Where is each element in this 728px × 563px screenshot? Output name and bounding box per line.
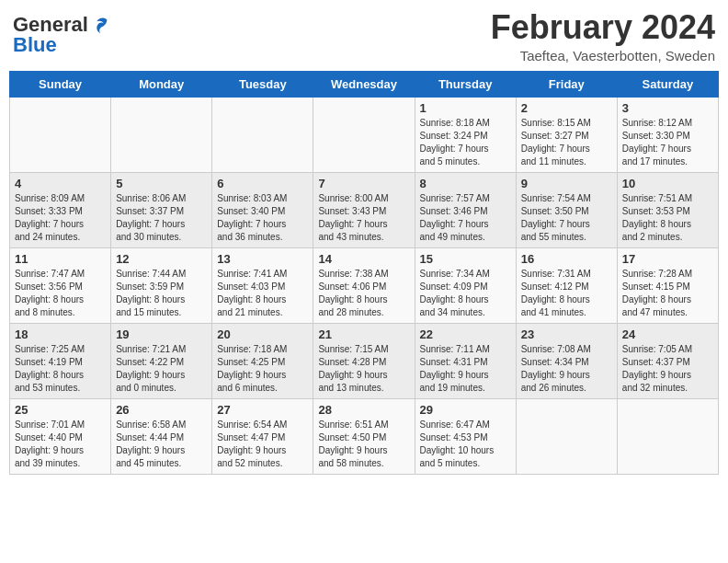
main-title: February 2024 [491, 9, 715, 46]
calendar-cell: 26Sunrise: 6:58 AM Sunset: 4:44 PM Dayli… [111, 398, 212, 474]
calendar-cell: 14Sunrise: 7:38 AM Sunset: 4:06 PM Dayli… [313, 247, 415, 323]
calendar-cell: 3Sunrise: 8:12 AM Sunset: 3:30 PM Daylig… [617, 97, 718, 172]
day-number: 20 [217, 327, 308, 341]
calendar-cell: 29Sunrise: 6:47 AM Sunset: 4:53 PM Dayli… [415, 398, 516, 474]
logo-blue: Blue [13, 33, 57, 56]
day-info: Sunrise: 7:47 AM Sunset: 3:56 PM Dayligh… [15, 268, 106, 319]
calendar-cell: 17Sunrise: 7:28 AM Sunset: 4:15 PM Dayli… [617, 247, 718, 323]
day-info: Sunrise: 7:44 AM Sunset: 3:59 PM Dayligh… [116, 268, 207, 319]
header-area: General Blue February 2024 Taeftea, Vaes… [9, 9, 719, 63]
calendar-cell: 7Sunrise: 8:00 AM Sunset: 3:43 PM Daylig… [313, 172, 415, 247]
day-info: Sunrise: 7:25 AM Sunset: 4:19 PM Dayligh… [15, 343, 106, 395]
day-number: 15 [420, 252, 511, 266]
day-number: 3 [622, 101, 713, 115]
calendar-cell: 22Sunrise: 7:11 AM Sunset: 4:31 PM Dayli… [415, 323, 516, 398]
day-number: 11 [15, 252, 106, 266]
calendar-cell: 15Sunrise: 7:34 AM Sunset: 4:09 PM Dayli… [415, 247, 516, 323]
logo-bird-icon [90, 15, 110, 35]
day-number: 1 [420, 101, 511, 115]
day-number: 6 [217, 177, 308, 190]
calendar-cell: 16Sunrise: 7:31 AM Sunset: 4:12 PM Dayli… [516, 247, 617, 323]
calendar-week-row: 11Sunrise: 7:47 AM Sunset: 3:56 PM Dayli… [10, 247, 719, 323]
day-header-monday: Monday [111, 71, 212, 97]
day-number: 13 [217, 252, 308, 266]
calendar-cell [10, 97, 111, 172]
logo: General Blue [13, 15, 110, 55]
calendar: SundayMondayTuesdayWednesdayThursdayFrid… [9, 71, 719, 475]
day-number: 22 [420, 327, 511, 341]
calendar-cell [617, 398, 718, 474]
calendar-cell: 25Sunrise: 7:01 AM Sunset: 4:40 PM Dayli… [10, 398, 111, 474]
calendar-cell: 23Sunrise: 7:08 AM Sunset: 4:34 PM Dayli… [516, 323, 617, 398]
day-info: Sunrise: 6:51 AM Sunset: 4:50 PM Dayligh… [318, 419, 409, 470]
day-info: Sunrise: 8:18 AM Sunset: 3:24 PM Dayligh… [420, 117, 511, 168]
day-info: Sunrise: 7:21 AM Sunset: 4:22 PM Dayligh… [116, 343, 207, 395]
day-number: 28 [318, 403, 409, 417]
day-number: 17 [622, 252, 713, 266]
day-number: 19 [116, 327, 207, 341]
calendar-cell: 19Sunrise: 7:21 AM Sunset: 4:22 PM Dayli… [111, 323, 212, 398]
calendar-cell: 4Sunrise: 8:09 AM Sunset: 3:33 PM Daylig… [10, 172, 111, 247]
day-info: Sunrise: 7:54 AM Sunset: 3:50 PM Dayligh… [521, 192, 612, 244]
day-info: Sunrise: 8:12 AM Sunset: 3:30 PM Dayligh… [622, 117, 713, 168]
day-info: Sunrise: 7:18 AM Sunset: 4:25 PM Dayligh… [217, 343, 308, 395]
calendar-header-row: SundayMondayTuesdayWednesdayThursdayFrid… [10, 71, 719, 97]
calendar-cell: 8Sunrise: 7:57 AM Sunset: 3:46 PM Daylig… [415, 172, 516, 247]
day-info: Sunrise: 7:57 AM Sunset: 3:46 PM Dayligh… [420, 192, 511, 244]
calendar-week-row: 4Sunrise: 8:09 AM Sunset: 3:33 PM Daylig… [10, 172, 719, 247]
day-number: 18 [15, 327, 106, 341]
calendar-cell: 18Sunrise: 7:25 AM Sunset: 4:19 PM Dayli… [10, 323, 111, 398]
calendar-week-row: 25Sunrise: 7:01 AM Sunset: 4:40 PM Dayli… [10, 398, 719, 474]
calendar-cell: 13Sunrise: 7:41 AM Sunset: 4:03 PM Dayli… [212, 247, 313, 323]
day-number: 21 [318, 327, 409, 341]
calendar-week-row: 18Sunrise: 7:25 AM Sunset: 4:19 PM Dayli… [10, 323, 719, 398]
day-info: Sunrise: 8:03 AM Sunset: 3:40 PM Dayligh… [217, 192, 308, 244]
day-number: 9 [521, 177, 612, 190]
day-info: Sunrise: 7:28 AM Sunset: 4:15 PM Dayligh… [622, 268, 713, 319]
calendar-cell [212, 97, 313, 172]
day-number: 26 [116, 403, 207, 417]
calendar-cell: 6Sunrise: 8:03 AM Sunset: 3:40 PM Daylig… [212, 172, 313, 247]
day-number: 25 [15, 403, 106, 417]
day-info: Sunrise: 8:06 AM Sunset: 3:37 PM Dayligh… [116, 192, 207, 244]
day-info: Sunrise: 8:15 AM Sunset: 3:27 PM Dayligh… [521, 117, 612, 168]
day-number: 27 [217, 403, 308, 417]
day-info: Sunrise: 7:11 AM Sunset: 4:31 PM Dayligh… [420, 343, 511, 395]
calendar-cell: 28Sunrise: 6:51 AM Sunset: 4:50 PM Dayli… [313, 398, 415, 474]
day-header-thursday: Thursday [415, 71, 516, 97]
day-info: Sunrise: 7:51 AM Sunset: 3:53 PM Dayligh… [622, 192, 713, 244]
calendar-cell: 20Sunrise: 7:18 AM Sunset: 4:25 PM Dayli… [212, 323, 313, 398]
calendar-week-row: 1Sunrise: 8:18 AM Sunset: 3:24 PM Daylig… [10, 97, 719, 172]
day-info: Sunrise: 8:00 AM Sunset: 3:43 PM Dayligh… [318, 192, 409, 244]
day-info: Sunrise: 6:58 AM Sunset: 4:44 PM Dayligh… [116, 419, 207, 470]
day-number: 16 [521, 252, 612, 266]
calendar-cell [313, 97, 415, 172]
day-info: Sunrise: 7:41 AM Sunset: 4:03 PM Dayligh… [217, 268, 308, 319]
day-header-sunday: Sunday [10, 71, 111, 97]
calendar-cell: 1Sunrise: 8:18 AM Sunset: 3:24 PM Daylig… [415, 97, 516, 172]
day-header-friday: Friday [516, 71, 617, 97]
day-header-tuesday: Tuesday [212, 71, 313, 97]
calendar-cell: 24Sunrise: 7:05 AM Sunset: 4:37 PM Dayli… [617, 323, 718, 398]
calendar-cell: 11Sunrise: 7:47 AM Sunset: 3:56 PM Dayli… [10, 247, 111, 323]
day-info: Sunrise: 7:05 AM Sunset: 4:37 PM Dayligh… [622, 343, 713, 395]
day-info: Sunrise: 8:09 AM Sunset: 3:33 PM Dayligh… [15, 192, 106, 244]
day-header-saturday: Saturday [617, 71, 718, 97]
day-number: 2 [521, 101, 612, 115]
day-number: 23 [521, 327, 612, 341]
logo-general: General [13, 15, 88, 35]
calendar-cell: 21Sunrise: 7:15 AM Sunset: 4:28 PM Dayli… [313, 323, 415, 398]
calendar-cell [516, 398, 617, 474]
day-number: 7 [318, 177, 409, 190]
day-number: 24 [622, 327, 713, 341]
day-header-wednesday: Wednesday [313, 71, 415, 97]
calendar-cell: 12Sunrise: 7:44 AM Sunset: 3:59 PM Dayli… [111, 247, 212, 323]
calendar-cell: 27Sunrise: 6:54 AM Sunset: 4:47 PM Dayli… [212, 398, 313, 474]
day-number: 4 [15, 177, 106, 190]
day-info: Sunrise: 7:08 AM Sunset: 4:34 PM Dayligh… [521, 343, 612, 395]
day-info: Sunrise: 7:38 AM Sunset: 4:06 PM Dayligh… [318, 268, 409, 319]
day-info: Sunrise: 6:54 AM Sunset: 4:47 PM Dayligh… [217, 419, 308, 470]
day-number: 14 [318, 252, 409, 266]
day-info: Sunrise: 7:31 AM Sunset: 4:12 PM Dayligh… [521, 268, 612, 319]
subtitle: Taeftea, Vaesterbotten, Sweden [491, 48, 715, 63]
